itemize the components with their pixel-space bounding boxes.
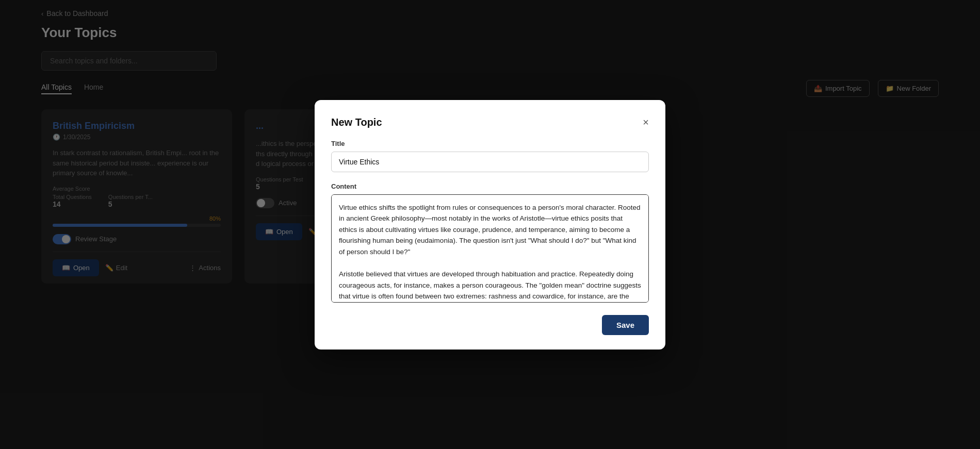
modal-footer: Save [331,315,649,335]
topic-title-input[interactable] [331,152,649,172]
modal-close-button[interactable]: × [643,117,649,127]
title-field-label: Title [331,140,649,147]
modal-overlay: New Topic × Title Content Virtue ethics … [0,0,980,449]
content-field-label: Content [331,182,649,190]
new-topic-modal: New Topic × Title Content Virtue ethics … [315,100,665,350]
modal-title: New Topic [331,117,382,128]
save-button[interactable]: Save [602,315,649,335]
topic-content-textarea[interactable]: Virtue ethics shifts the spotlight from … [331,194,649,303]
modal-header: New Topic × [331,117,649,128]
